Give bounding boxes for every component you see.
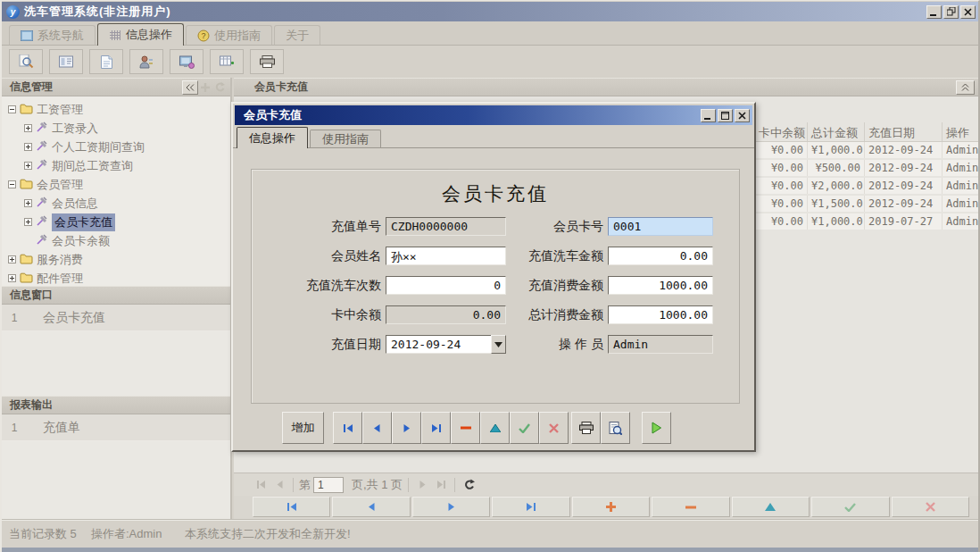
record-save-icon[interactable] — [811, 497, 889, 517]
monitor-ball-icon[interactable] — [170, 49, 203, 74]
tree-item-label[interactable]: 个人工资期间查询 — [52, 139, 145, 155]
print-preview-icon[interactable] — [601, 412, 630, 444]
dialog-maximize-icon[interactable] — [718, 109, 733, 122]
record-add-icon[interactable] — [572, 497, 650, 517]
member-name-field[interactable]: 孙×× — [386, 247, 506, 265]
document-icon[interactable] — [89, 49, 123, 74]
tree-item-parts-mgmt[interactable]: 配件管理 — [2, 269, 230, 288]
expand-plus-icon[interactable] — [24, 143, 32, 151]
tree-item-label[interactable]: 会员卡余额 — [52, 233, 110, 249]
col-recharge-date[interactable]: 充值日期 — [865, 122, 943, 141]
dialog-titlebar[interactable]: 会员卡充值 — [235, 105, 752, 125]
edit-record-icon[interactable] — [480, 412, 510, 444]
table-row[interactable]: ¥0.00 ¥2,000.0 2012-09-24 Admin — [755, 178, 978, 196]
tree-item-member-mgmt[interactable]: 会员管理 — [2, 175, 230, 194]
dialog-tab-info-operation[interactable]: 信息操作 — [237, 127, 308, 148]
first-record-icon[interactable] — [333, 412, 362, 444]
record-next-icon[interactable] — [412, 497, 490, 517]
col-card-balance[interactable]: 卡中余额 — [755, 122, 808, 141]
table-row[interactable]: ¥0.00 ¥500.00 2012-09-24 Admin — [755, 160, 978, 178]
expand-plus-icon[interactable] — [24, 124, 32, 132]
tree-item-label[interactable]: 工资管理 — [37, 102, 83, 118]
refresh-disabled-icon[interactable] — [212, 80, 227, 95]
expand-plus-icon[interactable] — [24, 199, 32, 207]
printer-icon[interactable] — [250, 49, 284, 74]
delete-record-icon[interactable] — [451, 412, 480, 444]
tree-item-personal-salary-query[interactable]: 个人工资期间查询 — [2, 138, 230, 156]
tree-item-label[interactable]: 会员卡充值 — [52, 213, 115, 231]
page-first-icon[interactable] — [253, 477, 269, 493]
tree-item-service-consume[interactable]: 服务消费 — [2, 250, 230, 269]
record-last-icon[interactable] — [492, 497, 569, 517]
list-item[interactable]: 1 会员卡充值 — [2, 305, 230, 331]
search-icon[interactable] — [9, 49, 43, 74]
tree-item-label[interactable]: 会员管理 — [37, 177, 83, 193]
consume-amount-field[interactable]: 1000.00 — [608, 276, 713, 295]
last-record-icon[interactable] — [421, 412, 451, 444]
col-total-amount[interactable]: 总计金额 — [808, 122, 865, 141]
record-prev-icon[interactable] — [332, 497, 410, 517]
record-cancel-icon[interactable] — [892, 497, 969, 517]
col-operator[interactable]: 操作 — [943, 122, 978, 141]
print-icon[interactable] — [571, 412, 601, 444]
table-add-icon[interactable] — [210, 49, 244, 74]
expand-plus-icon[interactable] — [24, 162, 32, 170]
report-icon[interactable] — [49, 49, 83, 74]
tree-item-label[interactable]: 工资录入 — [52, 121, 98, 137]
collapse-minus-icon[interactable] — [8, 105, 16, 113]
expand-plus-icon[interactable] — [8, 274, 16, 282]
tab-user-guide[interactable]: ? 使用指南 — [186, 25, 272, 45]
add-tab-icon[interactable] — [198, 80, 212, 95]
tree-item-label[interactable]: 期间总工资查询 — [52, 158, 133, 174]
chevron-down-icon[interactable] — [491, 335, 506, 354]
minimize-icon[interactable] — [926, 5, 942, 19]
tree-item-salary-mgmt[interactable]: 工资管理 — [2, 100, 230, 119]
table-row[interactable]: ¥0.00 ¥1,000.0 2019-07-27 Admin — [755, 213, 978, 231]
tree-item-label[interactable]: 配件管理 — [37, 271, 83, 287]
dialog-tab-user-guide[interactable]: 使用指南 — [310, 130, 381, 147]
save-record-icon[interactable] — [510, 412, 539, 444]
tree-item-period-salary-query[interactable]: 期间总工资查询 — [2, 156, 230, 175]
tree-item-member-card-balance[interactable]: 会员卡余额 — [2, 231, 230, 250]
record-edit-icon[interactable] — [732, 497, 810, 517]
add-record-button[interactable]: 增加 — [282, 412, 324, 444]
page-prev-icon[interactable] — [271, 477, 287, 493]
tree-item-member-info[interactable]: 会员信息 — [2, 194, 230, 213]
list-item-label[interactable]: 会员卡充值 — [43, 310, 105, 326]
close-icon[interactable] — [960, 5, 976, 19]
restore-icon[interactable] — [943, 5, 959, 19]
dialog-close-icon[interactable] — [735, 109, 750, 122]
execute-icon[interactable] — [642, 412, 671, 444]
wash-amount-field[interactable]: 0.00 — [608, 247, 713, 265]
table-row[interactable]: ¥0.00 ¥1,000.0 2012-09-24 Admin — [755, 142, 978, 160]
page-next-icon[interactable] — [414, 477, 430, 493]
operator-icon[interactable] — [129, 49, 163, 74]
record-first-icon[interactable] — [253, 497, 330, 517]
table-row[interactable]: ¥0.00 ¥1,500.0 2012-09-24 Admin — [755, 196, 978, 213]
dialog-minimize-icon[interactable] — [701, 109, 716, 122]
collapse-minus-icon[interactable] — [8, 180, 16, 188]
cancel-record-icon[interactable] — [539, 412, 569, 444]
card-no-field[interactable]: 0001 — [608, 217, 713, 236]
recharge-date-field[interactable]: 2012-09-24 — [386, 335, 491, 354]
tree-item-salary-entry[interactable]: 工资录入 — [2, 119, 230, 138]
tab-about[interactable]: 关于 — [274, 25, 320, 45]
total-consume-field[interactable]: 1000.00 — [608, 305, 713, 324]
tree-item-label[interactable]: 会员信息 — [52, 196, 98, 212]
collapse-up-icon[interactable] — [956, 80, 975, 95]
record-delete-icon[interactable] — [652, 497, 729, 517]
list-item[interactable]: 1 充值单 — [2, 414, 230, 441]
wash-count-field[interactable]: 0 — [386, 276, 506, 295]
tab-system-nav[interactable]: 系统导航 — [9, 25, 96, 45]
tab-info-operation[interactable]: 信息操作 — [97, 23, 184, 46]
page-refresh-icon[interactable] — [461, 477, 477, 493]
tree-item-label[interactable]: 服务消费 — [37, 252, 83, 268]
tree-item-member-card-recharge[interactable]: 会员卡充值 — [2, 213, 230, 231]
prev-record-icon[interactable] — [362, 412, 392, 444]
next-record-icon[interactable] — [392, 412, 421, 444]
page-last-icon[interactable] — [433, 477, 449, 493]
expand-plus-icon[interactable] — [24, 218, 32, 226]
expand-plus-icon[interactable] — [8, 255, 16, 263]
list-item-label[interactable]: 充值单 — [43, 420, 80, 436]
page-number-input[interactable] — [313, 477, 344, 493]
